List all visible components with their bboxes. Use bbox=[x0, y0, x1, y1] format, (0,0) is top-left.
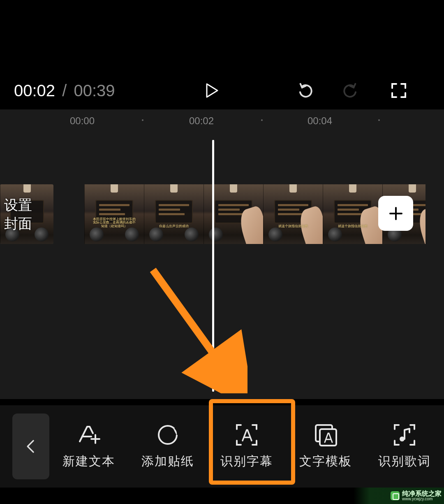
text-template-icon bbox=[314, 423, 337, 446]
cover-thumbnail[interactable]: 设置 封面 bbox=[0, 184, 53, 244]
ruler-label: 00:04 bbox=[308, 115, 332, 127]
svg-rect-4 bbox=[320, 429, 336, 446]
chevron-left-icon bbox=[25, 438, 36, 455]
redo-button[interactable] bbox=[343, 82, 360, 99]
clip-thumb[interactable]: 你是么出声云的成功 bbox=[144, 184, 204, 244]
current-time: 00:02 bbox=[14, 81, 55, 100]
ruler-label: 00:00 bbox=[70, 115, 95, 127]
clip-thumb[interactable]: 本田原装中控屏上能查到车的实际公里数，走商调的表都不知道（处知道吗） bbox=[84, 184, 144, 244]
fullscreen-icon bbox=[391, 82, 407, 99]
sticker-icon bbox=[156, 423, 179, 446]
time-display: 00:02 / 00:39 bbox=[0, 81, 115, 100]
tool-text-template[interactable]: 文字模板 bbox=[286, 423, 365, 470]
clip-strip[interactable]: 本田原装中控屏上能查到车的实际公里数，走商调的表都不知道（处知道吗） 你是么出声… bbox=[84, 184, 426, 244]
ruler-dot bbox=[261, 119, 263, 121]
watermark: 纯净系统之家 www.ycwjzy.com bbox=[354, 488, 444, 504]
timeline-area[interactable]: 设置 封面 本田原装中控屏上能查到车的实际公里数，走商调的表都不知道（处知道吗）… bbox=[0, 130, 444, 399]
ruler-dot bbox=[378, 119, 380, 121]
cover-label-line2: 封面 bbox=[4, 214, 53, 232]
watermark-title: 纯净系统之家 bbox=[402, 490, 442, 497]
time-separator: / bbox=[60, 81, 69, 100]
play-icon bbox=[204, 82, 220, 99]
watermark-url: www.ycwjzy.com bbox=[402, 497, 442, 501]
fullscreen-button[interactable] bbox=[391, 82, 407, 99]
cover-label-line1: 设置 bbox=[4, 196, 53, 214]
plus-icon bbox=[388, 205, 404, 222]
recognize-subtitles-icon bbox=[235, 423, 258, 446]
tool-label: 识别字幕 bbox=[220, 453, 273, 470]
undo-button[interactable] bbox=[296, 82, 312, 99]
tool-recognize-lyrics[interactable]: 识别歌词 bbox=[365, 423, 444, 470]
tool-label: 文字模板 bbox=[299, 453, 352, 470]
tool-label: 新建文本 bbox=[62, 453, 115, 470]
clip-thumb[interactable]: 就这个旅指信息目的 bbox=[263, 184, 323, 244]
timeline-ruler[interactable]: 00:00 00:02 00:04 bbox=[0, 109, 444, 130]
play-button[interactable] bbox=[204, 82, 220, 99]
clip-thumb[interactable]: 就这个旅指信息目的 bbox=[323, 184, 382, 244]
new-text-icon bbox=[77, 423, 100, 446]
tool-label: 添加贴纸 bbox=[141, 453, 194, 470]
total-time: 00:39 bbox=[74, 81, 115, 100]
ruler-label: 00:02 bbox=[189, 115, 214, 127]
ruler-dot bbox=[142, 119, 143, 121]
bottom-toolbar: 新建文本 添加贴纸 识别字幕 文字模板 bbox=[0, 405, 444, 488]
playback-bar: 00:02 / 00:39 bbox=[0, 78, 444, 103]
tool-add-sticker[interactable]: 添加贴纸 bbox=[128, 423, 207, 470]
add-clip-button[interactable] bbox=[378, 196, 413, 231]
undo-icon bbox=[296, 82, 312, 99]
tool-label: 识别歌词 bbox=[378, 453, 431, 470]
back-button[interactable] bbox=[12, 413, 49, 479]
watermark-logo-icon bbox=[391, 491, 400, 500]
tool-recognize-subtitles[interactable]: 识别字幕 bbox=[207, 423, 286, 470]
recognize-lyrics-icon bbox=[393, 423, 416, 446]
playhead[interactable] bbox=[212, 140, 214, 392]
tool-new-text[interactable]: 新建文本 bbox=[49, 423, 128, 470]
redo-icon bbox=[343, 82, 360, 99]
